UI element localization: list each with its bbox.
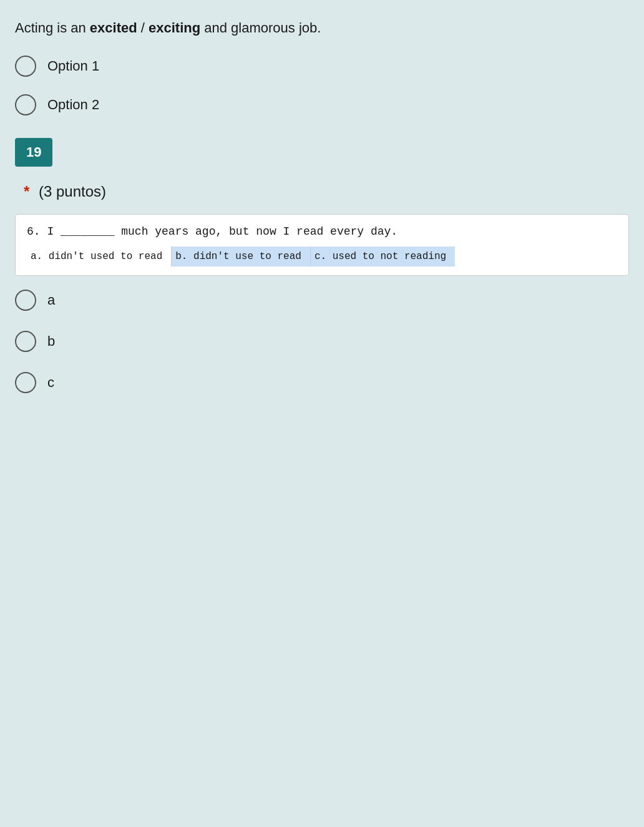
q19-option-b-circle (15, 331, 36, 352)
option1-label: Option 1 (47, 58, 99, 74)
choice-c-chip: c. used to not reading (311, 247, 455, 267)
q18-bold1: excited (90, 20, 137, 36)
fill-question-box: 6. I ________ much years ago, but now I … (15, 214, 629, 276)
asterisk-icon: * (24, 183, 29, 200)
sentence-prefix: 6. I (27, 225, 61, 238)
option1-radio-circle (15, 56, 36, 77)
points-text: (3 puntos) (34, 183, 106, 200)
q18-separator: / (137, 20, 149, 36)
q19-option-b-label: b (47, 333, 55, 350)
q19-option-b-radio[interactable]: b (15, 331, 629, 352)
q19-option-a-radio[interactable]: a (15, 290, 629, 311)
choice-b-chip: b. didn't use to read (172, 247, 311, 267)
q19-option-a-label: a (47, 292, 55, 308)
option1-radio[interactable]: Option 1 (15, 56, 629, 77)
q19-option-a-circle (15, 290, 36, 311)
fill-sentence: 6. I ________ much years ago, but now I … (27, 223, 617, 240)
question-18-text: Acting is an excited / exciting and glam… (15, 12, 629, 38)
sentence-blank: ________ (61, 225, 114, 238)
question-number-badge: 19 (15, 138, 52, 167)
points-label: * (3 puntos) (15, 183, 629, 200)
option2-label: Option 2 (47, 97, 99, 113)
question-19-section: 19 (15, 138, 629, 173)
q18-text-part1: Acting is an (15, 20, 90, 36)
option2-radio-circle (15, 94, 36, 115)
q19-option-c-label: c (47, 374, 54, 391)
q18-text-part2: and glamorous job. (200, 20, 321, 36)
q18-bold2: exciting (149, 20, 200, 36)
q19-option-c-circle (15, 372, 36, 393)
choices-row: a. didn't used to read b. didn't use to … (27, 247, 617, 267)
choice-a-chip: a. didn't used to read (27, 247, 172, 267)
q19-option-c-radio[interactable]: c (15, 372, 629, 393)
sentence-suffix: much years ago, but now I read every day… (114, 225, 398, 238)
option2-radio[interactable]: Option 2 (15, 94, 629, 115)
